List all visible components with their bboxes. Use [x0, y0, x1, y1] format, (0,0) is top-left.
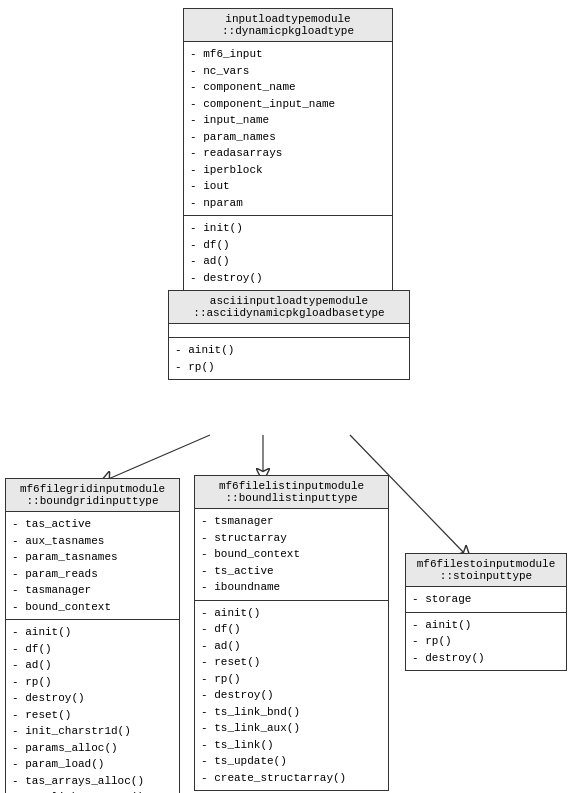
method-createstructarray: - create_structarray(): [201, 770, 382, 787]
asciiinput-methods: - ainit() - rp(): [169, 338, 409, 379]
method-ainit: - ainit(): [175, 342, 403, 359]
attr-paramnames: - param_names: [190, 129, 386, 146]
method-rp3: - rp(): [201, 671, 382, 688]
method-rp: - rp(): [175, 359, 403, 376]
attr-compname: - component_name: [190, 79, 386, 96]
mf6filesto-header: mf6filestoinputmodule ::stoinputtype: [406, 554, 566, 587]
attr-boundcontext: - bound_context: [12, 599, 173, 616]
method-taslinks: - tas_links_create(): [12, 789, 173, 793]
attr-storage: - storage: [412, 591, 560, 608]
mf6filesto-box: mf6filestoinputmodule ::stoinputtype - s…: [405, 553, 567, 671]
diagram-container: inputloadtypemodule ::dynamicpkgloadtype…: [0, 0, 575, 793]
mf6filesto-title1: mf6filestoinputmodule: [412, 558, 560, 570]
method-ainit2: - ainit(): [12, 624, 173, 641]
method-reset: - reset(): [12, 707, 173, 724]
inputloadtype-header: inputloadtypemodule ::dynamicpkgloadtype: [184, 9, 392, 42]
inputloadtype-title2: ::dynamicpkgloadtype: [190, 25, 386, 37]
inputloadtype-title1: inputloadtypemodule: [190, 13, 386, 25]
method-ainit3: - ainit(): [201, 605, 382, 622]
mf6filelist-methods: - ainit() - df() - ad() - reset() - rp()…: [195, 601, 388, 791]
method-init: - init(): [190, 220, 386, 237]
attr-readasarrays: - readasarrays: [190, 145, 386, 162]
attr-paramreads: - param_reads: [12, 566, 173, 583]
method-tslinkbnd: - ts_link_bnd(): [201, 704, 382, 721]
method-destroy4: - destroy(): [412, 650, 560, 667]
asciiinput-title2: ::asciidynamicpkgloadbasetype: [175, 307, 403, 319]
attr-nparam: - nparam: [190, 195, 386, 212]
attr-tsmanager: - tsmanager: [201, 513, 382, 530]
method-rp2: - rp(): [12, 674, 173, 691]
mf6filegrid-header: mf6filegridinputmodule ::boundgridinputt…: [6, 479, 179, 512]
mf6filesto-methods: - ainit() - rp() - destroy(): [406, 613, 566, 671]
method-tsupdate: - ts_update(): [201, 753, 382, 770]
attr-tsactive: - ts_active: [201, 563, 382, 580]
method-ainit4: - ainit(): [412, 617, 560, 634]
attr-tasactive: - tas_active: [12, 516, 173, 533]
method-ad3: - ad(): [201, 638, 382, 655]
method-ad2: - ad(): [12, 657, 173, 674]
asciiinput-header: asciiinputloadtypemodule ::asciidynamicp…: [169, 291, 409, 324]
asciiinput-attrs-empty: [169, 324, 409, 338]
inputloadtype-methods: - init() - df() - ad() - destroy(): [184, 216, 392, 290]
mf6filegrid-title2: ::boundgridinputtype: [12, 495, 173, 507]
mf6filesto-title2: ::stoinputtype: [412, 570, 560, 582]
method-tasarraysalloc: - tas_arrays_alloc(): [12, 773, 173, 790]
method-paramload: - param_load(): [12, 756, 173, 773]
mf6filegrid-attrs: - tas_active - aux_tasnames - param_tasn…: [6, 512, 179, 620]
attr-iboundname: - iboundname: [201, 579, 382, 596]
mf6filegrid-methods: - ainit() - df() - ad() - rp() - destroy…: [6, 620, 179, 793]
attr-inputname: - input_name: [190, 112, 386, 129]
attr-ncvars: - nc_vars: [190, 63, 386, 80]
attr-auxtasnames: - aux_tasnames: [12, 533, 173, 550]
method-destroy3: - destroy(): [201, 687, 382, 704]
mf6filelist-title1: mf6filelistinputmodule: [201, 480, 382, 492]
mf6filegrid-title1: mf6filegridinputmodule: [12, 483, 173, 495]
method-df2: - df(): [12, 641, 173, 658]
method-rp4: - rp(): [412, 633, 560, 650]
svg-line-2: [106, 435, 210, 480]
method-ad: - ad(): [190, 253, 386, 270]
method-reset3: - reset(): [201, 654, 382, 671]
inputloadtype-box: inputloadtypemodule ::dynamicpkgloadtype…: [183, 8, 393, 291]
method-destroy: - destroy(): [190, 270, 386, 287]
method-initcharstr1d: - init_charstr1d(): [12, 723, 173, 740]
asciiinput-box: asciiinputloadtypemodule ::asciidynamicp…: [168, 290, 410, 380]
attr-boundcontext2: - bound_context: [201, 546, 382, 563]
mf6filelist-box: mf6filelistinputmodule ::boundlistinputt…: [194, 475, 389, 791]
attr-paramtasnames: - param_tasnames: [12, 549, 173, 566]
attr-iout: - iout: [190, 178, 386, 195]
mf6filegrid-box: mf6filegridinputmodule ::boundgridinputt…: [5, 478, 180, 793]
method-df: - df(): [190, 237, 386, 254]
mf6filelist-header: mf6filelistinputmodule ::boundlistinputt…: [195, 476, 388, 509]
inputloadtype-attrs: - mf6_input - nc_vars - component_name -…: [184, 42, 392, 216]
attr-mf6input: - mf6_input: [190, 46, 386, 63]
attr-iperblock: - iperblock: [190, 162, 386, 179]
method-destroy2: - destroy(): [12, 690, 173, 707]
attr-tasmanager: - tasmanager: [12, 582, 173, 599]
attr-structarray: - structarray: [201, 530, 382, 547]
method-tslink: - ts_link(): [201, 737, 382, 754]
method-paramsalloc: - params_alloc(): [12, 740, 173, 757]
method-df3: - df(): [201, 621, 382, 638]
attr-compinputname: - component_input_name: [190, 96, 386, 113]
mf6filesto-attrs: - storage: [406, 587, 566, 613]
mf6filelist-title2: ::boundlistinputtype: [201, 492, 382, 504]
method-tslinkaux: - ts_link_aux(): [201, 720, 382, 737]
asciiinput-title1: asciiinputloadtypemodule: [175, 295, 403, 307]
mf6filelist-attrs: - tsmanager - structarray - bound_contex…: [195, 509, 388, 601]
